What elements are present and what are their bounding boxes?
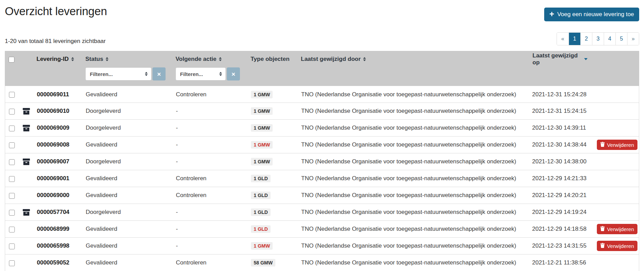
sort-both-icon bbox=[106, 57, 108, 61]
table-body: 0000069011 Gevalideerd Controleren 1 GMW… bbox=[5, 86, 639, 271]
laatst-gewijzigd-door-value: TNO (Nederlandse Organisatie voor toegep… bbox=[301, 209, 532, 216]
laatst-gewijzigd-door-value: TNO (Nederlandse Organisatie voor toegep… bbox=[301, 259, 532, 266]
type-objecten-cell: 1 GLD bbox=[251, 175, 301, 182]
pagination-page-3[interactable]: 3 bbox=[592, 33, 604, 45]
pagination-page-2[interactable]: 2 bbox=[580, 33, 592, 45]
overzicht-leveringen-page: Overzicht leveringen + Voeg een nieuwe l… bbox=[0, 0, 644, 271]
table-header: Levering-ID Status Filteren... × bbox=[5, 51, 639, 86]
laatst-gewijzigd-op-value: 2021-12-29 14:19:24 bbox=[532, 209, 587, 216]
type-objecten-badge: 58 GMW bbox=[251, 259, 275, 267]
type-objecten-cell: 1 GMW bbox=[251, 107, 301, 115]
volgende-actie-value: Controleren bbox=[176, 91, 251, 98]
pagination-page-1[interactable]: 1 bbox=[569, 33, 580, 45]
select-all-checkbox[interactable] bbox=[9, 57, 14, 63]
archive-icon bbox=[23, 209, 30, 216]
laatst-gewijzigd-op-value: 2021-12-29 14:21:33 bbox=[532, 175, 587, 182]
status-value: Doorgeleverd bbox=[86, 108, 176, 115]
status-filter-clear-button[interactable]: × bbox=[152, 67, 166, 80]
levering-id-value: 0000069007 bbox=[34, 158, 86, 165]
pagination-next[interactable]: » bbox=[627, 33, 639, 45]
archive-column-header bbox=[18, 55, 34, 80]
volgende-actie-value: Controleren bbox=[176, 175, 251, 182]
actie-filter-clear-button[interactable]: × bbox=[227, 67, 240, 80]
laatst-gewijzigd-door-value: TNO (Nederlandse Organisatie voor toegep… bbox=[301, 242, 532, 249]
row-checkbox[interactable] bbox=[9, 126, 15, 131]
actie-filter-placeholder: Filteren... bbox=[180, 71, 203, 77]
row-checkbox[interactable] bbox=[9, 227, 15, 232]
pagination-page-5[interactable]: 5 bbox=[615, 33, 627, 45]
pagination-page-4[interactable]: 4 bbox=[604, 33, 615, 45]
levering-id-value: 0000068999 bbox=[34, 226, 86, 232]
actie-filter-select[interactable]: Filteren... bbox=[176, 67, 226, 80]
status-value: Doorgeleverd bbox=[86, 209, 176, 216]
row-checkbox-cell bbox=[5, 142, 18, 148]
verwijderen-button-label: Verwijderen bbox=[607, 243, 634, 249]
pagination-prev[interactable]: « bbox=[557, 33, 569, 45]
select-arrows-icon bbox=[145, 72, 148, 76]
row-archive-cell bbox=[18, 91, 34, 98]
column-header-laatst-gewijzigd-door[interactable]: Laatst gewijzigd door bbox=[301, 55, 532, 80]
volgende-actie-value: - bbox=[176, 124, 251, 131]
status-value: Doorgeleverd bbox=[86, 158, 176, 165]
laatst-gewijzigd-op-value: 2021-12-29 14:18:58 bbox=[532, 226, 587, 232]
row-checkbox[interactable] bbox=[9, 142, 15, 148]
laatst-gewijzigd-op-value: 2021-12-30 14:38:00 bbox=[532, 158, 587, 165]
status-filter-select[interactable]: Filteren... bbox=[85, 67, 151, 80]
type-objecten-badge: 1 GLD bbox=[251, 175, 271, 182]
volgende-actie-value: - bbox=[176, 242, 251, 249]
volgende-actie-value: - bbox=[176, 141, 251, 148]
sort-both-icon bbox=[219, 57, 222, 61]
row-checkbox-cell bbox=[5, 91, 18, 98]
plus-icon: + bbox=[549, 10, 554, 18]
volgende-actie-value: Controleren bbox=[176, 192, 251, 199]
verwijderen-button[interactable]: Verwijderen bbox=[597, 140, 637, 150]
column-label: Laatst gewijzigd op bbox=[532, 52, 581, 66]
row-archive-cell bbox=[18, 159, 34, 165]
column-header-status[interactable]: Status Filteren... × bbox=[85, 55, 176, 80]
levering-id-value: 0000069008 bbox=[34, 141, 86, 148]
column-label: Type objecten bbox=[251, 56, 289, 63]
type-objecten-cell: 1 GMW bbox=[251, 242, 301, 250]
sort-desc-icon bbox=[584, 58, 588, 60]
status-value: Gevalideerd bbox=[86, 91, 176, 98]
laatst-gewijzigd-door-value: TNO (Nederlandse Organisatie voor toegep… bbox=[301, 141, 532, 148]
row-checkbox[interactable] bbox=[9, 109, 15, 115]
column-header-laatst-gewijzigd-op[interactable]: Laatst gewijzigd op bbox=[532, 55, 588, 80]
row-checkbox[interactable] bbox=[9, 260, 15, 266]
verwijderen-button-label: Verwijderen bbox=[607, 226, 634, 232]
status-value: Gevalideerd bbox=[86, 175, 176, 182]
row-checkbox[interactable] bbox=[9, 210, 15, 216]
row-checkbox-cell bbox=[5, 192, 18, 199]
levering-id-value: 0000059052 bbox=[34, 259, 86, 266]
column-header-levering-id[interactable]: Levering-ID bbox=[34, 55, 85, 80]
row-checkbox-cell bbox=[5, 175, 18, 182]
row-actions-cell: Verwijderen bbox=[587, 140, 639, 150]
table-row: 0000069008 Gevalideerd - 1 GMW TNO (Nede… bbox=[5, 137, 639, 153]
row-checkbox-cell bbox=[5, 260, 18, 266]
row-checkbox[interactable] bbox=[9, 193, 15, 199]
status-filter-placeholder: Filteren... bbox=[90, 71, 113, 77]
laatst-gewijzigd-op-value: 2021-12-30 14:39:11 bbox=[532, 124, 587, 131]
row-checkbox[interactable] bbox=[9, 92, 15, 98]
table-row: 0000057704 Doorgeleverd - 1 GLD TNO (Ned… bbox=[5, 204, 639, 221]
verwijderen-button[interactable]: Verwijderen bbox=[597, 224, 637, 234]
laatst-gewijzigd-op-value: 2021-12-23 14:31:55 bbox=[532, 242, 587, 249]
row-checkbox[interactable] bbox=[9, 176, 15, 182]
type-objecten-cell: 1 GMW bbox=[251, 141, 301, 149]
table-row: 0000068999 Gevalideerd - 1 GLD TNO (Nede… bbox=[5, 221, 639, 238]
type-objecten-badge: 1 GMW bbox=[251, 158, 273, 165]
row-archive-cell bbox=[18, 108, 34, 115]
row-checkbox[interactable] bbox=[9, 243, 15, 249]
verwijderen-button[interactable]: Verwijderen bbox=[597, 241, 637, 251]
row-checkbox[interactable] bbox=[9, 159, 15, 165]
column-header-volgende-actie[interactable]: Volgende actie Filteren... × bbox=[176, 55, 251, 80]
type-objecten-badge: 1 GLD bbox=[251, 208, 271, 216]
volgende-actie-value: Controleren bbox=[176, 259, 251, 266]
row-archive-cell bbox=[18, 209, 34, 216]
archive-icon bbox=[23, 108, 30, 115]
laatst-gewijzigd-door-value: TNO (Nederlandse Organisatie voor toegep… bbox=[301, 158, 532, 165]
trash-icon bbox=[600, 142, 605, 148]
status-value: Gevalideerd bbox=[86, 226, 176, 232]
add-levering-button[interactable]: + Voeg een nieuwe levering toe bbox=[544, 8, 639, 21]
column-label: Levering-ID bbox=[36, 56, 69, 63]
